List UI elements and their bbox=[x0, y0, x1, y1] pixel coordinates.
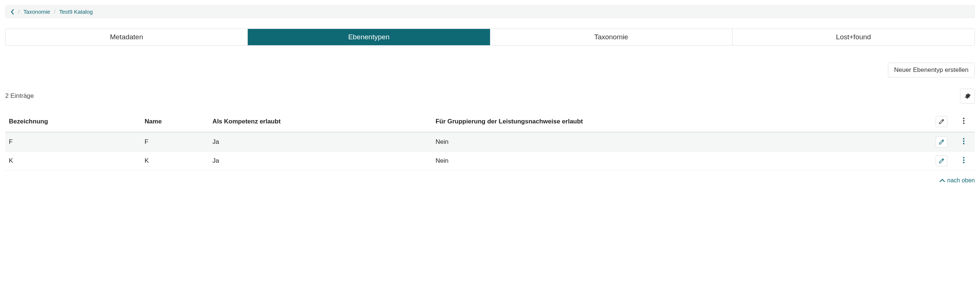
tab-lostfound[interactable]: Lost+found bbox=[733, 29, 974, 45]
bulk-menu-button[interactable] bbox=[963, 117, 965, 124]
row-menu-button[interactable] bbox=[963, 157, 965, 163]
action-row: Neuer Ebenentyp erstellen bbox=[5, 62, 975, 77]
col-header-name: Name bbox=[141, 112, 209, 132]
breadcrumb-item-katalog[interactable]: Test9 Katalog bbox=[59, 8, 93, 15]
cell-bezeichnung: K bbox=[5, 152, 141, 170]
cell-bezeichnung: F bbox=[5, 132, 141, 152]
entries-count-label: 2 Einträge bbox=[5, 92, 34, 100]
chevron-left-icon bbox=[11, 9, 14, 14]
col-header-kompetenz: Als Kompetenz erlaubt bbox=[209, 112, 432, 132]
kebab-icon bbox=[963, 117, 965, 124]
svg-point-3 bbox=[963, 138, 964, 139]
edit-icon bbox=[939, 158, 945, 164]
svg-point-8 bbox=[963, 162, 964, 163]
svg-point-0 bbox=[963, 117, 964, 119]
breadcrumb: / Taxonomie / Test9 Katalog bbox=[5, 5, 975, 18]
back-to-top-label: nach oben bbox=[947, 177, 975, 184]
entries-row: 2 Einträge bbox=[5, 88, 975, 103]
cell-name: K bbox=[141, 152, 209, 170]
col-header-bezeichnung: Bezeichnung bbox=[5, 112, 141, 132]
svg-point-7 bbox=[963, 159, 964, 161]
col-header-gruppierung: Für Gruppierung der Leistungsnachweise e… bbox=[432, 112, 931, 132]
tab-taxonomie[interactable]: Taxonomie bbox=[490, 29, 733, 45]
cell-kompetenz: Ja bbox=[209, 152, 432, 170]
tab-metadaten[interactable]: Metadaten bbox=[6, 29, 248, 45]
edit-icon bbox=[939, 139, 945, 145]
svg-point-6 bbox=[963, 157, 964, 158]
svg-point-4 bbox=[963, 141, 964, 142]
row-edit-button[interactable] bbox=[935, 155, 947, 167]
edit-icon bbox=[939, 119, 945, 125]
ebenentypen-table: Bezeichnung Name Als Kompetenz erlaubt F… bbox=[5, 112, 975, 170]
breadcrumb-item-taxonomie[interactable]: Taxonomie bbox=[23, 8, 50, 15]
svg-point-2 bbox=[963, 122, 964, 124]
cell-gruppierung: Nein bbox=[432, 152, 931, 170]
tab-ebenentypen[interactable]: Ebenentypen bbox=[248, 29, 490, 45]
table-settings-button[interactable] bbox=[960, 88, 975, 103]
breadcrumb-sep: / bbox=[54, 8, 56, 15]
cell-kompetenz: Ja bbox=[209, 132, 432, 152]
breadcrumb-sep: / bbox=[18, 8, 20, 15]
new-ebenentyp-button[interactable]: Neuer Ebenentyp erstellen bbox=[888, 62, 975, 77]
bulk-edit-button[interactable] bbox=[935, 116, 947, 127]
back-to-top-link[interactable]: nach oben bbox=[5, 177, 975, 184]
svg-point-5 bbox=[963, 143, 964, 144]
gear-icon bbox=[964, 93, 971, 99]
chevron-up-icon bbox=[940, 179, 945, 183]
cell-name: F bbox=[141, 132, 209, 152]
tabs: Metadaten Ebenentypen Taxonomie Lost+fou… bbox=[5, 29, 975, 46]
breadcrumb-back[interactable] bbox=[11, 9, 14, 14]
kebab-icon bbox=[963, 157, 965, 163]
kebab-icon bbox=[963, 138, 965, 144]
table-row: F F Ja Nein bbox=[5, 132, 975, 152]
row-menu-button[interactable] bbox=[963, 138, 965, 144]
cell-gruppierung: Nein bbox=[432, 132, 931, 152]
svg-point-1 bbox=[963, 120, 964, 122]
table-row: K K Ja Nein bbox=[5, 152, 975, 170]
table-header-row: Bezeichnung Name Als Kompetenz erlaubt F… bbox=[5, 112, 975, 132]
row-edit-button[interactable] bbox=[935, 136, 947, 147]
